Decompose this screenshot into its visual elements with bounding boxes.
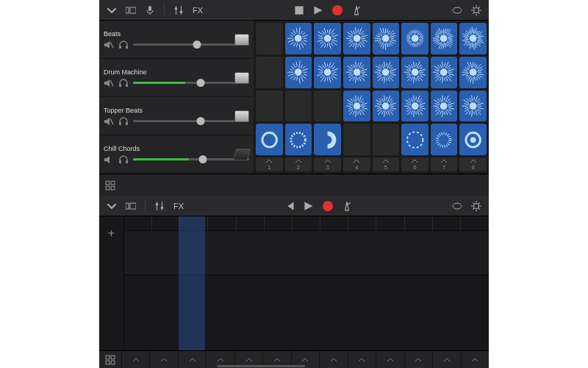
footer-column-trigger[interactable] — [461, 351, 489, 368]
footer-column-trigger[interactable] — [348, 351, 376, 368]
footer-column-trigger[interactable] — [404, 351, 432, 368]
volume-slider[interactable] — [133, 82, 249, 84]
headphones-icon[interactable] — [118, 78, 129, 88]
loop-cell-filled[interactable] — [373, 91, 400, 122]
loop-cell-filled[interactable] — [285, 23, 312, 54]
metronome-icon[interactable] — [348, 3, 365, 18]
loop-cell-filled[interactable] — [459, 23, 487, 54]
loop-cell-empty[interactable] — [256, 91, 283, 122]
footer-column-trigger[interactable] — [319, 351, 347, 368]
view-dropdown[interactable] — [104, 3, 120, 18]
track-view-toggle-2[interactable] — [123, 199, 139, 213]
scrollbar-horizontal[interactable] — [217, 365, 305, 367]
column-trigger[interactable]: 1 — [256, 158, 283, 171]
instrument-icon[interactable] — [234, 72, 249, 84]
loop-cell-filled[interactable] — [431, 124, 458, 155]
footer-column-trigger[interactable] — [432, 351, 460, 368]
instrument-icon[interactable] — [233, 149, 251, 160]
mute-icon[interactable] — [104, 78, 114, 88]
svg-point-33 — [353, 102, 360, 110]
loop-cell-filled[interactable] — [314, 124, 341, 155]
headphones-icon[interactable] — [118, 40, 129, 50]
loop-cell-filled[interactable] — [314, 23, 341, 54]
loop-cell-empty[interactable] — [343, 124, 370, 155]
loop-cell-filled[interactable] — [343, 91, 370, 122]
loop-cell-filled[interactable] — [373, 57, 400, 88]
loop-cell-filled[interactable] — [459, 124, 487, 155]
track-header[interactable]: Beats — [99, 21, 254, 59]
volume-slider[interactable] — [133, 120, 249, 122]
headphones-icon[interactable] — [118, 155, 129, 165]
mute-icon[interactable] — [104, 116, 114, 127]
playhead[interactable] — [179, 216, 205, 350]
loop-browser-icon-2[interactable] — [449, 199, 465, 213]
mixer-icon-2[interactable] — [151, 199, 168, 213]
loop-browser-icon[interactable] — [449, 3, 465, 18]
headphones-icon[interactable] — [118, 116, 129, 127]
footer-columns — [121, 351, 489, 368]
loop-cell-filled[interactable] — [401, 91, 429, 122]
column-trigger[interactable]: 5 — [373, 158, 400, 171]
loop-cell-filled[interactable] — [431, 91, 458, 122]
volume-slider[interactable] — [133, 158, 249, 160]
column-trigger[interactable]: 2 — [285, 158, 312, 171]
loop-cell-filled[interactable] — [431, 23, 458, 54]
loop-cell-filled[interactable] — [401, 57, 429, 88]
column-trigger[interactable]: 4 — [343, 158, 370, 171]
loop-cell-filled[interactable] — [343, 57, 370, 88]
instrument-icon[interactable] — [234, 34, 249, 46]
footer-column-trigger[interactable] — [376, 351, 404, 368]
loop-cell-filled[interactable] — [459, 57, 487, 88]
loop-cell-filled[interactable] — [285, 57, 312, 88]
loop-cell-empty[interactable] — [285, 91, 312, 122]
column-trigger[interactable]: 6 — [401, 158, 429, 171]
loop-cell-filled[interactable] — [401, 23, 429, 54]
svg-point-27 — [324, 68, 331, 76]
loop-cell-filled[interactable] — [373, 23, 400, 54]
track-header[interactable]: Topper Beats — [99, 97, 254, 135]
metronome-icon-2[interactable] — [339, 199, 355, 213]
footer-column-trigger[interactable] — [178, 351, 206, 368]
loop-cell-filled[interactable] — [401, 124, 429, 155]
loop-cell-empty[interactable] — [256, 23, 283, 54]
record-button-2[interactable] — [320, 199, 336, 213]
loop-cell-filled[interactable] — [431, 57, 458, 88]
volume-slider[interactable] — [133, 43, 249, 46]
stop-button[interactable] — [291, 3, 307, 18]
play-button-2[interactable] — [301, 199, 317, 213]
loop-cell-filled[interactable] — [314, 57, 341, 88]
loop-cell-filled[interactable] — [256, 124, 283, 155]
settings-icon[interactable] — [468, 3, 484, 18]
mute-icon[interactable] — [104, 40, 114, 50]
loop-cell-filled[interactable] — [343, 23, 370, 54]
fx-button[interactable]: FX — [190, 6, 206, 15]
fx-button-2[interactable]: FX — [171, 202, 187, 210]
rewind-button[interactable] — [282, 199, 298, 213]
track-view-toggle[interactable] — [123, 3, 139, 18]
footer-column-trigger[interactable] — [121, 351, 149, 368]
track-header[interactable]: Drum Machine — [99, 59, 254, 97]
loop-cell-empty[interactable] — [314, 91, 341, 122]
grid-toggle-icon-2[interactable] — [99, 355, 121, 365]
column-trigger[interactable]: 8 — [459, 158, 487, 171]
footer-column-trigger[interactable] — [149, 351, 177, 368]
mic-icon[interactable] — [142, 3, 158, 18]
add-track-button[interactable]: + — [108, 227, 115, 240]
view-dropdown-2[interactable] — [104, 199, 120, 213]
column-trigger[interactable]: 3 — [314, 158, 341, 171]
loop-cell-filled[interactable] — [285, 124, 312, 155]
settings-icon-2[interactable] — [468, 199, 484, 213]
loop-cell-filled[interactable] — [459, 91, 487, 122]
record-button[interactable] — [329, 3, 345, 18]
unmute-icon[interactable] — [104, 155, 114, 165]
play-button[interactable] — [310, 3, 326, 18]
timeline-body[interactable] — [124, 216, 489, 350]
loop-cell-empty[interactable] — [373, 124, 400, 155]
loop-cell-empty[interactable] — [256, 57, 283, 88]
column-trigger[interactable]: 7 — [431, 158, 458, 171]
mixer-icon[interactable] — [171, 3, 187, 18]
grid-toggle-icon[interactable] — [105, 180, 115, 191]
track-header[interactable]: Chill Chords — [99, 135, 254, 174]
instrument-icon[interactable] — [234, 110, 249, 122]
svg-point-6 — [453, 7, 462, 13]
